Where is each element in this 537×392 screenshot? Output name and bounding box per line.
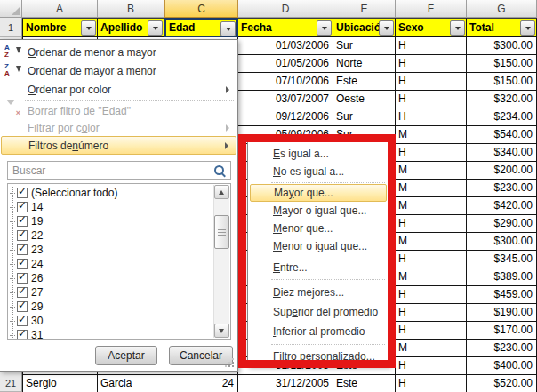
cell-sexo-row-21[interactable]: H bbox=[396, 375, 467, 392]
cell-total-row-6[interactable]: $234.00 bbox=[467, 108, 537, 126]
menu-item-sort-by-color[interactable]: Ordenar por color bbox=[1, 80, 236, 99]
cell-sexo-row-17[interactable]: H bbox=[396, 304, 467, 322]
cell-total-row-12[interactable]: $290.00 bbox=[467, 215, 537, 233]
checked-checkbox-icon[interactable] bbox=[17, 202, 28, 212]
column-header-a[interactable]: A bbox=[22, 0, 98, 18]
checked-checkbox-icon[interactable] bbox=[17, 301, 28, 312]
filter-button-fecha[interactable] bbox=[317, 20, 332, 36]
header-cell-nombre[interactable]: Nombre bbox=[22, 18, 98, 37]
cancelar-button[interactable]: Cancelar bbox=[169, 346, 233, 365]
cell-total-row-21[interactable]: $520.00 bbox=[467, 375, 537, 392]
filter-check-item-24[interactable]: 24 bbox=[10, 257, 212, 271]
cell-sexo-row-2[interactable]: H bbox=[396, 37, 467, 55]
scroll-down-button[interactable] bbox=[214, 324, 229, 338]
menu-item-sort-descending[interactable]: ZA Ordenar de mayor a menor bbox=[1, 61, 236, 80]
cell-ubicacion-row-21[interactable]: Este bbox=[333, 375, 396, 392]
cell-total-row-11[interactable]: $420.00 bbox=[467, 197, 537, 215]
cell-fecha-row-6[interactable]: 09/12/2006 bbox=[238, 108, 333, 126]
filter-button-nombre[interactable] bbox=[81, 20, 96, 36]
filter-check-item-31[interactable]: 31 bbox=[10, 328, 212, 340]
resize-grip[interactable] bbox=[225, 358, 234, 367]
checked-checkbox-icon[interactable] bbox=[17, 188, 28, 198]
cell-total-row-17[interactable]: $190.00 bbox=[467, 304, 537, 322]
select-all-corner[interactable] bbox=[0, 0, 22, 18]
cell-sexo-row-10[interactable]: M bbox=[396, 180, 467, 197]
cell-total-row-2[interactable]: $300.00 bbox=[467, 37, 537, 55]
filter-check-item-27[interactable]: 27 bbox=[10, 285, 212, 300]
checked-checkbox-icon[interactable] bbox=[17, 244, 28, 255]
cell-sexo-row-20[interactable]: H bbox=[396, 357, 467, 375]
cell-total-row-20[interactable]: $400.00 bbox=[467, 357, 537, 375]
checked-checkbox-icon[interactable] bbox=[17, 216, 28, 227]
header-cell-total[interactable]: Total bbox=[467, 18, 537, 37]
column-header-e[interactable]: E bbox=[333, 0, 396, 18]
row-header-21[interactable]: 21 bbox=[0, 375, 22, 392]
menu-item-sort-ascending[interactable]: AZ Ordenar de menor a mayor bbox=[1, 43, 236, 61]
filter-check-item-seleccionartodo[interactable]: (Seleccionar todo) bbox=[10, 186, 212, 200]
cell-total-row-8[interactable]: $340.00 bbox=[467, 144, 537, 162]
checked-checkbox-icon[interactable] bbox=[17, 330, 28, 340]
scrollbar-thumb[interactable] bbox=[214, 215, 229, 249]
search-icon[interactable] bbox=[214, 165, 226, 177]
filter-button-sexo[interactable] bbox=[450, 20, 465, 36]
column-header-g[interactable]: G bbox=[467, 0, 537, 18]
cell-sexo-row-19[interactable]: M bbox=[396, 340, 467, 357]
menu-item-clear-filter[interactable]: × Borrar filtro de "Edad" bbox=[1, 102, 236, 119]
cell-total-row-5[interactable]: $320.00 bbox=[467, 91, 537, 108]
filter-check-item-19[interactable]: 19 bbox=[10, 214, 212, 228]
menu-item-filter-by-color[interactable]: Filtrar por color bbox=[1, 119, 236, 136]
header-cell-fecha[interactable]: Fecha bbox=[238, 18, 333, 37]
filter-check-item-23[interactable]: 23 bbox=[10, 243, 212, 257]
filter-check-item-30[interactable]: 30 bbox=[10, 314, 212, 328]
cell-total-row-4[interactable]: $150.00 bbox=[467, 73, 537, 91]
cell-total-row-10[interactable]: $230.00 bbox=[467, 180, 537, 197]
cell-sexo-row-12[interactable]: H bbox=[396, 215, 467, 233]
cell-fecha-row-21[interactable]: 31/12/2005 bbox=[238, 375, 333, 392]
row-header-1[interactable]: 1 bbox=[0, 18, 22, 37]
search-input[interactable]: Buscar bbox=[7, 161, 231, 180]
cell-fecha-row-5[interactable]: 03/07/2007 bbox=[238, 91, 333, 108]
filter-check-item-22[interactable]: 22 bbox=[10, 228, 212, 243]
cell-sexo-row-14[interactable]: H bbox=[396, 251, 467, 268]
column-header-c-selected[interactable]: C bbox=[164, 0, 238, 18]
cell-total-row-18[interactable]: $170.00 bbox=[467, 322, 537, 340]
header-cell-apellido[interactable]: Apellido bbox=[98, 18, 164, 37]
cell-sexo-row-13[interactable]: M bbox=[396, 233, 467, 251]
cell-total-row-15[interactable]: $389.00 bbox=[467, 268, 537, 286]
cell-sexo-row-16[interactable]: H bbox=[396, 286, 467, 304]
cell-ubicacion-row-6[interactable]: Sur bbox=[333, 108, 396, 126]
cell-ubicacion-row-2[interactable]: Sur bbox=[333, 37, 396, 55]
checked-checkbox-icon[interactable] bbox=[17, 287, 28, 298]
cell-total-row-3[interactable]: $150.00 bbox=[467, 55, 537, 73]
cell-apellido-row-21[interactable]: Garcia bbox=[98, 375, 164, 392]
cell-total-row-14[interactable]: $345.00 bbox=[467, 251, 537, 268]
header-cell-ubicacion[interactable]: Ubicación bbox=[333, 18, 396, 37]
cell-sexo-row-18[interactable]: H bbox=[396, 322, 467, 340]
cell-sexo-row-3[interactable]: H bbox=[396, 55, 467, 73]
cell-sexo-row-8[interactable]: H bbox=[396, 144, 467, 162]
cell-nombre-row-21[interactable]: Sergio bbox=[22, 375, 98, 392]
cell-sexo-row-9[interactable]: M bbox=[396, 162, 467, 180]
cell-fecha-row-3[interactable]: 01/05/2006 bbox=[238, 55, 333, 73]
checked-checkbox-icon[interactable] bbox=[17, 259, 28, 269]
menu-item-number-filters[interactable]: Filtros de número bbox=[1, 136, 236, 155]
cell-sexo-row-15[interactable]: M bbox=[396, 268, 467, 286]
checked-checkbox-icon[interactable] bbox=[17, 230, 28, 241]
header-cell-sexo[interactable]: Sexo bbox=[396, 18, 467, 37]
cell-fecha-row-2[interactable]: 01/03/2006 bbox=[238, 37, 333, 55]
column-header-b[interactable]: B bbox=[98, 0, 164, 18]
column-header-f[interactable]: F bbox=[396, 0, 467, 18]
list-scrollbar[interactable] bbox=[213, 185, 229, 338]
cell-fecha-row-4[interactable]: 07/10/2006 bbox=[238, 73, 333, 91]
aceptar-button[interactable]: Aceptar bbox=[95, 346, 157, 365]
cell-ubicacion-row-4[interactable]: Este bbox=[333, 73, 396, 91]
cell-ubicacion-row-5[interactable]: Oeste bbox=[333, 91, 396, 108]
filter-button-apellido[interactable] bbox=[148, 20, 163, 36]
filter-button-total[interactable] bbox=[520, 20, 535, 36]
scroll-up-button[interactable] bbox=[214, 185, 229, 199]
cell-sexo-row-11[interactable]: M bbox=[396, 197, 467, 215]
column-header-d[interactable]: D bbox=[238, 0, 333, 18]
cell-sexo-row-5[interactable]: H bbox=[396, 91, 467, 108]
cell-total-row-19[interactable]: $230.00 bbox=[467, 340, 537, 357]
cell-ubicacion-row-3[interactable]: Norte bbox=[333, 55, 396, 73]
